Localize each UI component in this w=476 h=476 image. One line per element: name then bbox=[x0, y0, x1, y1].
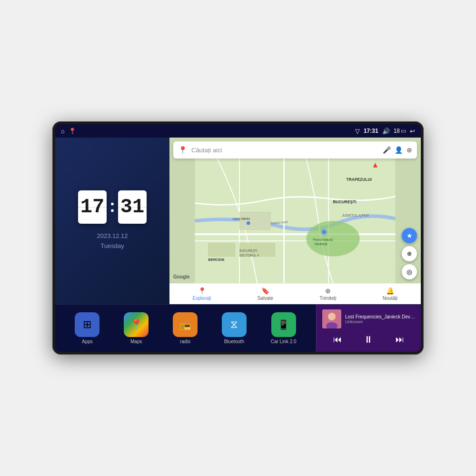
app-icon-maps[interactable]: 📍 Maps bbox=[124, 312, 149, 344]
bluetooth-icon: ⧖ bbox=[230, 318, 238, 331]
volume-icon: 🔊 bbox=[382, 128, 390, 135]
svg-text:Leroy Merlin: Leroy Merlin bbox=[233, 217, 250, 221]
bluetooth-label: Bluetooth bbox=[224, 339, 244, 344]
map-nav-news[interactable]: 🔔 Noutăți bbox=[383, 287, 398, 301]
map-location-button[interactable]: ◎ bbox=[402, 264, 417, 279]
map-compass-button[interactable]: ⊕ bbox=[402, 246, 417, 261]
send-label: Trimiteți bbox=[319, 296, 336, 301]
send-icon: ⊕ bbox=[325, 287, 331, 295]
map-bottom-nav: 📍 Explorați 🔖 Salvate ⊕ Trimiteți 🔔 bbox=[169, 283, 421, 304]
status-bar: ⌂ 📍 ▽ 17:31 🔊 18 ▭ ↩ bbox=[55, 124, 421, 138]
prev-button[interactable]: ⏮ bbox=[329, 333, 346, 347]
svg-rect-7 bbox=[208, 243, 235, 257]
app-icon-bluetooth[interactable]: ⧖ Bluetooth bbox=[222, 312, 247, 344]
svg-point-22 bbox=[322, 230, 326, 234]
carlink-icon: 📱 bbox=[278, 319, 289, 330]
music-title: Lost Frequencies_Janieck Devy-... bbox=[345, 314, 415, 319]
music-thumbnail bbox=[322, 309, 341, 328]
clock-date-value: 2023.12.12 bbox=[97, 231, 128, 241]
map-nav-saved[interactable]: 🔖 Salvate bbox=[258, 287, 273, 301]
status-left-icons: ⌂ 📍 bbox=[61, 128, 76, 135]
map-search-pin-icon: 📍 bbox=[178, 146, 188, 155]
google-logo: Google bbox=[173, 274, 189, 279]
svg-point-25 bbox=[328, 313, 336, 320]
app-icons-area: ⊞ Apps 📍 Maps 📻 radio bbox=[55, 312, 316, 344]
svg-text:SECTORUL 4: SECTORUL 4 bbox=[239, 254, 259, 257]
account-icon[interactable]: 👤 bbox=[395, 146, 403, 154]
map-svg: TRAPEZULUI BUCUREȘTI JUDEȚUL ILFOV BERCE… bbox=[169, 159, 421, 283]
map-search-icons: 🎤 👤 ⊕ bbox=[383, 146, 412, 154]
screen: ⌂ 📍 ▽ 17:31 🔊 18 ▭ ↩ 17 bbox=[55, 124, 421, 352]
svg-text:JUDEȚUL ILFOV: JUDEȚUL ILFOV bbox=[342, 213, 369, 218]
battery-icon: ▭ bbox=[401, 128, 406, 134]
map-star-button[interactable]: ★ bbox=[402, 228, 417, 243]
app-icon-carlink[interactable]: 📱 Car Link 2.0 bbox=[271, 312, 297, 344]
status-right-icons: ▽ 17:31 🔊 18 ▭ ↩ bbox=[355, 128, 415, 135]
clock-hour: 17 bbox=[78, 190, 107, 224]
clock-colon: : bbox=[109, 196, 115, 216]
battery-value: 18 bbox=[394, 128, 400, 134]
app-icon-apps[interactable]: ⊞ Apps bbox=[75, 312, 99, 344]
news-label: Noutăți bbox=[383, 296, 398, 301]
layers-icon[interactable]: ⊕ bbox=[407, 146, 412, 154]
maps-icon: 📍 bbox=[130, 318, 143, 331]
explore-label: Explorați bbox=[193, 296, 211, 301]
svg-text:BERCENI: BERCENI bbox=[208, 258, 225, 262]
flip-clock: 17 : 31 bbox=[78, 190, 147, 224]
top-section: 17 : 31 2023.12.12 Tuesday 📍 Căutați aic… bbox=[55, 138, 421, 304]
saved-label: Salvate bbox=[258, 296, 273, 301]
clock-day: Tuesday bbox=[97, 241, 128, 251]
saved-icon: 🔖 bbox=[261, 287, 269, 295]
svg-text:Văcărești: Văcărești bbox=[314, 242, 327, 246]
clock-minute: 31 bbox=[118, 190, 147, 224]
map-nav-send[interactable]: ⊕ Trimiteți bbox=[319, 287, 336, 301]
music-artist: Unknown bbox=[345, 319, 415, 324]
map-pin-icon[interactable]: 📍 bbox=[69, 128, 76, 135]
map-content: TRAPEZULUI BUCUREȘTI JUDEȚUL ILFOV BERCE… bbox=[169, 159, 421, 283]
play-pause-button[interactable]: ⏸ bbox=[360, 332, 377, 347]
battery-indicator: 18 ▭ bbox=[394, 128, 406, 134]
svg-point-16 bbox=[247, 221, 250, 225]
svg-text:TRAPEZULUI: TRAPEZULUI bbox=[347, 177, 372, 182]
device: ⌂ 📍 ▽ 17:31 🔊 18 ▭ ↩ 17 bbox=[52, 121, 424, 355]
app-icon-radio[interactable]: 📻 radio bbox=[173, 312, 198, 344]
explore-icon: 📍 bbox=[198, 287, 206, 295]
svg-rect-9 bbox=[239, 212, 271, 229]
svg-text:BUCUREȘTI: BUCUREȘTI bbox=[333, 199, 357, 204]
carlink-icon-wrapper: 📱 bbox=[271, 312, 296, 337]
radio-icon-wrapper: 📻 bbox=[173, 312, 198, 337]
bottom-section: ⊞ Apps 📍 Maps 📻 radio bbox=[55, 304, 421, 352]
maps-icon-wrapper: 📍 bbox=[124, 312, 149, 337]
home-icon[interactable]: ⌂ bbox=[61, 128, 65, 135]
apps-label: Apps bbox=[82, 339, 93, 344]
back-icon[interactable]: ↩ bbox=[410, 128, 415, 135]
clock-panel: 17 : 31 2023.12.12 Tuesday bbox=[55, 138, 169, 304]
radio-icon: 📻 bbox=[179, 319, 191, 330]
news-icon: 🔔 bbox=[386, 287, 394, 295]
mic-icon[interactable]: 🎤 bbox=[383, 146, 391, 154]
status-time: 17:31 bbox=[364, 128, 378, 134]
music-text: Lost Frequencies_Janieck Devy-... Unknow… bbox=[345, 314, 415, 324]
map-panel[interactable]: 📍 Căutați aici 🎤 👤 ⊕ bbox=[169, 138, 421, 304]
bluetooth-icon-wrapper: ⧖ bbox=[222, 312, 247, 337]
clock-date: 2023.12.12 Tuesday bbox=[97, 231, 128, 251]
carlink-label: Car Link 2.0 bbox=[271, 339, 297, 344]
music-panel: Lost Frequencies_Janieck Devy-... Unknow… bbox=[316, 305, 421, 352]
next-button[interactable]: ⏭ bbox=[392, 333, 408, 347]
apps-icon: ⊞ bbox=[83, 318, 91, 331]
map-search-bar[interactable]: 📍 Căutați aici 🎤 👤 ⊕ bbox=[173, 141, 417, 159]
svg-text:Parcul Natural: Parcul Natural bbox=[313, 238, 333, 241]
maps-label: Maps bbox=[130, 339, 142, 344]
svg-text:BUCUREȘTI: BUCUREȘTI bbox=[239, 249, 258, 253]
main-content: 17 : 31 2023.12.12 Tuesday 📍 Căutați aic… bbox=[55, 138, 421, 352]
map-search-placeholder[interactable]: Căutați aici bbox=[191, 147, 379, 154]
map-nav-explore[interactable]: 📍 Explorați bbox=[193, 287, 211, 301]
music-info: Lost Frequencies_Janieck Devy-... Unknow… bbox=[322, 309, 415, 328]
radio-label: radio bbox=[180, 339, 190, 344]
music-controls: ⏮ ⏸ ⏭ bbox=[322, 332, 415, 347]
apps-icon-wrapper: ⊞ bbox=[75, 312, 99, 337]
signal-icon: ▽ bbox=[355, 128, 360, 135]
